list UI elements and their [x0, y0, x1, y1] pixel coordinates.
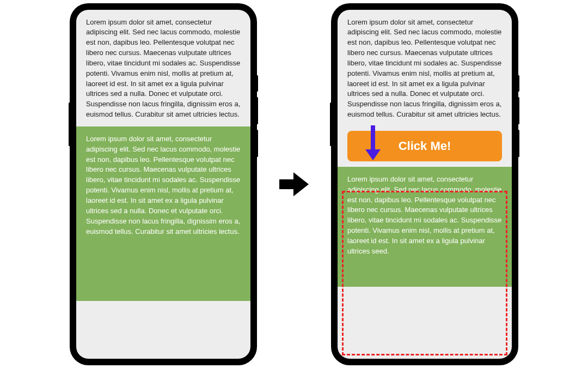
- phone-before: Lorem ipsum dolor sit amet, consectetur …: [71, 4, 256, 364]
- content-top: Lorem ipsum dolor sit amet, consectetur …: [86, 17, 241, 120]
- screen-after: Lorem ipsum dolor sit amet, consectetur …: [338, 10, 512, 359]
- click-me-label: Click Me!: [399, 139, 451, 153]
- down-arrow-icon: [367, 125, 379, 164]
- click-me-button[interactable]: Click Me!: [347, 131, 502, 161]
- content-top: Lorem ipsum dolor sit amet, consectetur …: [347, 17, 502, 120]
- content-bottom: Lorem ipsum dolor sit amet, consectetur …: [347, 174, 502, 257]
- screen-before: Lorem ipsum dolor sit amet, consectetur …: [76, 10, 250, 359]
- transition-arrow-icon: [278, 172, 310, 196]
- content-bottom: Lorem ipsum dolor sit amet, consectetur …: [86, 134, 241, 237]
- phone-after: Lorem ipsum dolor sit amet, consectetur …: [332, 4, 517, 364]
